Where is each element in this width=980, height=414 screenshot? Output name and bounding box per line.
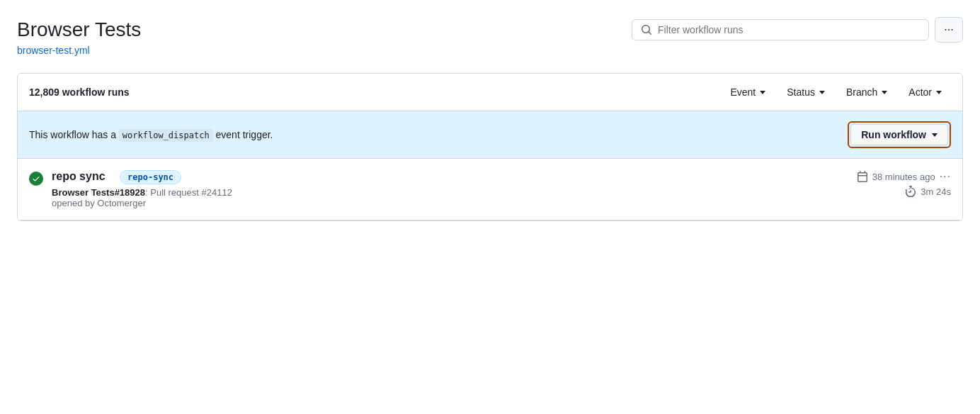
run-meta-duration: 3m 24s — [905, 186, 951, 197]
dispatch-message: This workflow has a workflow_dispatch ev… — [29, 129, 273, 140]
run-info: repo sync repo-sync Browser Tests#18928:… — [52, 170, 848, 208]
filter-dropdowns: Event Status Branch Actor — [721, 82, 951, 102]
dispatch-text-before: This workflow has a — [29, 129, 116, 140]
workflow-count: 12,809 workflow runs — [29, 86, 130, 98]
page-title: Browser Tests — [17, 17, 141, 42]
run-workflow-name: Browser Tests — [52, 187, 115, 198]
chevron-down-icon — [760, 91, 765, 94]
search-icon — [641, 24, 652, 35]
search-input[interactable] — [658, 24, 920, 35]
status-filter-button[interactable]: Status — [777, 82, 834, 102]
chevron-down-icon — [936, 91, 942, 94]
actor-filter-button[interactable]: Actor — [899, 82, 951, 102]
chevron-down-icon — [882, 91, 887, 94]
run-workflow-button-wrapper: Run workflow — [848, 121, 951, 148]
run-status-icon — [29, 172, 43, 186]
stopwatch-icon — [905, 186, 916, 197]
run-meta: 38 minutes ago ··· 3m 24s — [857, 170, 951, 197]
calendar-icon — [857, 171, 868, 182]
page-header: Browser Tests browser-test.yml ··· — [17, 17, 963, 56]
run-duration: 3m 24s — [921, 186, 951, 197]
chevron-down-icon — [819, 91, 825, 94]
run-workflow-button[interactable]: Run workflow — [850, 124, 948, 145]
run-badge[interactable]: repo-sync — [120, 170, 181, 184]
dispatch-banner: This workflow has a workflow_dispatch ev… — [18, 111, 962, 159]
more-options-button[interactable]: ··· — [935, 17, 963, 43]
dispatch-text-after: event trigger. — [216, 129, 273, 140]
header-left: Browser Tests browser-test.yml — [17, 17, 141, 56]
run-author: opened by Octomerger — [52, 198, 146, 208]
run-subtitle: Browser Tests#18928: Pull request #24112… — [52, 187, 848, 208]
run-title: repo sync repo-sync — [52, 170, 848, 184]
run-number: #18928 — [115, 187, 145, 198]
workflow-panel: 12,809 workflow runs Event Status Branch… — [17, 73, 963, 221]
table-row: repo sync repo-sync Browser Tests#18928:… — [18, 159, 962, 220]
chevron-down-icon — [932, 133, 938, 137]
run-options-icon[interactable]: ··· — [940, 170, 951, 183]
run-meta-time: 38 minutes ago ··· — [857, 170, 951, 183]
event-filter-button[interactable]: Event — [721, 82, 775, 102]
workflow-file-link[interactable]: browser-test.yml — [17, 45, 90, 56]
header-right: ··· — [632, 17, 963, 43]
dispatch-code: workflow_dispatch — [119, 129, 213, 142]
filter-bar: 12,809 workflow runs Event Status Branch… — [18, 74, 962, 111]
run-detail: : Pull request #24112 — [145, 187, 232, 198]
search-box — [632, 19, 929, 40]
branch-filter-button[interactable]: Branch — [837, 82, 896, 102]
run-time: 38 minutes ago — [872, 172, 935, 182]
success-icon — [29, 172, 43, 186]
